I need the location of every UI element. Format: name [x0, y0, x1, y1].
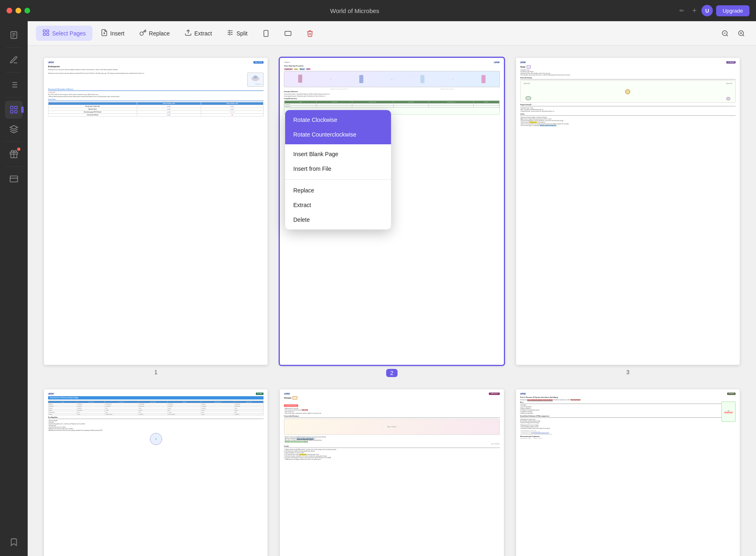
svg-rect-19	[43, 30, 45, 32]
svg-rect-12	[10, 110, 13, 113]
ctx-actions-section: Replace Extract Delete	[285, 181, 391, 229]
page-item-5: UPDF VIROLOGY Viruses Intracellular para…	[280, 389, 503, 556]
traffic-lights	[7, 8, 30, 13]
page-item-4: UPDF ALGAE Characteristics Of Selected P…	[44, 389, 268, 556]
svg-rect-17	[10, 176, 17, 182]
page-grid: UPDF BACTERIA Endospores Endospores are …	[28, 46, 756, 556]
svg-line-33	[743, 35, 744, 36]
page-thumbnail-1[interactable]: UPDF BACTERIA Endospores Endospores are …	[44, 58, 268, 365]
insert-label: Insert	[110, 30, 125, 37]
svg-rect-28	[285, 31, 291, 35]
extract-button[interactable]: Extract	[178, 26, 219, 41]
page-item-3: UPDF FUNGI/M Yeast • Unicellular Fungi •…	[516, 58, 740, 377]
sidebar-item-layers[interactable]	[5, 120, 23, 138]
upgrade-button[interactable]: Upgrade	[716, 5, 749, 16]
select-pages-button[interactable]: Select Pages	[36, 26, 92, 41]
svg-rect-13	[14, 110, 17, 113]
page-thumbnail-6[interactable]: UPDF PRIONS Prion's Disease Of Human Inh…	[516, 389, 740, 556]
replace-label: Replace	[149, 30, 170, 37]
maximize-button[interactable]	[24, 8, 30, 13]
ctx-insert-blank[interactable]: Insert Blank Page	[285, 147, 391, 161]
select-pages-icon	[42, 29, 50, 38]
page-thumbnail-5[interactable]: UPDF VIROLOGY Viruses Intracellular para…	[280, 389, 503, 556]
ctx-rotate-clockwise[interactable]: Rotate Clockwise	[285, 113, 391, 127]
page-number-1: 1	[154, 369, 158, 375]
titlebar-right: U Upgrade	[701, 5, 749, 16]
sidebar-item-stack[interactable]	[5, 170, 23, 188]
page-item-1: UPDF BACTERIA Endospores Endospores are …	[44, 58, 268, 377]
replace-button[interactable]: Replace	[133, 26, 176, 41]
portrait-button[interactable]	[256, 26, 276, 40]
content-area: Select Pages Insert Replace	[28, 21, 756, 556]
page-number-2: 2	[386, 369, 398, 377]
page-item-6: UPDF PRIONS Prion's Disease Of Human Inh…	[516, 389, 740, 556]
svg-rect-22	[47, 33, 49, 35]
svg-marker-14	[10, 126, 17, 129]
sidebar-item-list[interactable]	[5, 76, 23, 94]
split-label: Split	[236, 30, 247, 37]
svg-rect-20	[47, 30, 49, 32]
ctx-insert-section: Insert Blank Page Insert from File	[285, 144, 391, 179]
split-icon	[226, 29, 234, 38]
select-pages-label: Select Pages	[52, 30, 86, 37]
sidebar-item-document[interactable]	[5, 26, 23, 44]
sidebar-item-gift[interactable]	[5, 145, 23, 163]
replace-icon	[139, 29, 147, 38]
sidebar-item-pen[interactable]	[5, 51, 23, 69]
zoom-out-button[interactable]	[719, 27, 732, 40]
sidebar	[0, 21, 28, 556]
active-indicator	[21, 106, 24, 113]
svg-rect-10	[10, 106, 13, 109]
svg-rect-27	[264, 30, 268, 36]
main-layout: Select Pages Insert Replace	[0, 21, 756, 556]
titlebar: World of Microbes ✏ + U Upgrade	[0, 0, 756, 21]
split-button[interactable]: Split	[220, 26, 254, 41]
ctx-rotate-section: Rotate Clockwise Rotate Counterclockwise	[285, 110, 391, 144]
svg-line-30	[726, 35, 727, 36]
svg-rect-21	[43, 33, 45, 35]
delete-button[interactable]	[300, 26, 320, 40]
context-menu: Rotate Clockwise Rotate Counterclockwise…	[285, 110, 391, 229]
sidebar-divider-2	[6, 72, 22, 73]
minimize-button[interactable]	[15, 8, 21, 13]
sidebar-divider-5	[6, 166, 22, 167]
sidebar-item-pages[interactable]	[5, 101, 23, 119]
sidebar-divider-1	[6, 47, 22, 48]
insert-icon	[101, 29, 108, 38]
edit-title-icon[interactable]: ✏	[679, 7, 684, 14]
ctx-divider	[285, 179, 391, 180]
ctx-delete[interactable]: Delete	[285, 212, 391, 227]
page-thumbnail-4[interactable]: UPDF ALGAE Characteristics Of Selected P…	[44, 389, 268, 556]
zoom-controls	[719, 27, 748, 40]
window-title: World of Microbes	[35, 7, 675, 14]
sidebar-divider-4	[6, 141, 22, 142]
ctx-rotate-counterclockwise[interactable]: Rotate Counterclockwise	[285, 127, 391, 142]
extract-label: Extract	[194, 30, 212, 37]
landscape-button[interactable]	[278, 26, 298, 40]
toolbar: Select Pages Insert Replace	[28, 21, 756, 46]
add-tab-icon[interactable]: +	[692, 7, 697, 15]
page-number-3: 3	[626, 369, 629, 375]
sidebar-item-bookmark[interactable]	[5, 533, 23, 551]
ctx-insert-file[interactable]: Insert from File	[285, 161, 391, 176]
avatar: U	[701, 5, 713, 16]
notification-dot	[17, 148, 20, 151]
ctx-extract[interactable]: Extract	[285, 198, 391, 212]
svg-rect-11	[14, 106, 17, 109]
page-thumbnail-3[interactable]: UPDF FUNGI/M Yeast • Unicellular Fungi •…	[516, 58, 740, 365]
close-button[interactable]	[7, 8, 12, 13]
sidebar-divider-3	[6, 97, 22, 97]
extract-icon	[185, 29, 192, 38]
insert-button[interactable]: Insert	[94, 26, 131, 41]
zoom-in-button[interactable]	[735, 27, 748, 40]
ctx-replace[interactable]: Replace	[285, 183, 391, 198]
